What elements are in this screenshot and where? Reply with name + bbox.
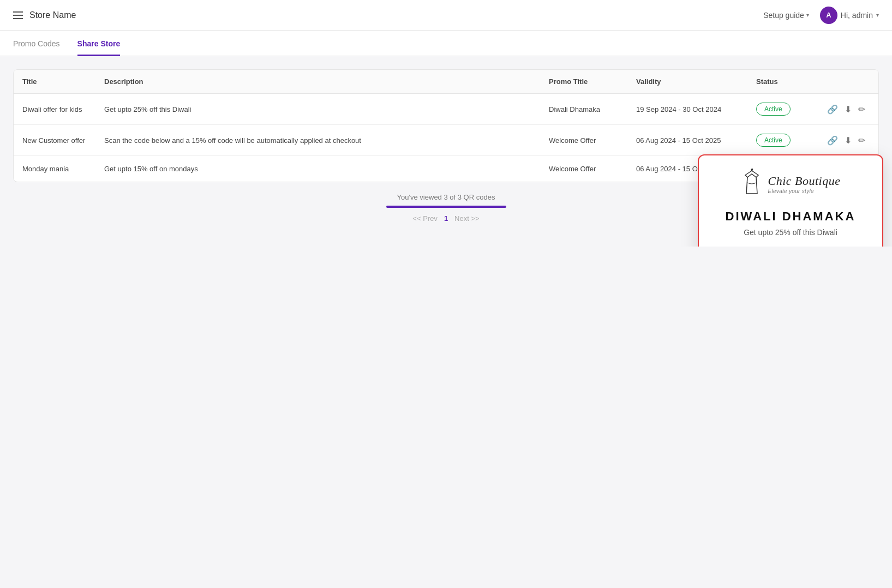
link-icon[interactable]: 🔗 [827,135,838,146]
progress-fill [386,206,506,208]
header: Store Name Setup guide ▾ A Hi, admin ▾ [0,0,892,31]
row1-validity: 19 Sep 2024 - 30 Oct 2024 [627,94,747,125]
col-header-status: Status [747,70,818,94]
chevron-down-icon: ▾ [806,12,809,18]
header-left: Store Name [13,10,76,20]
status-badge: Active [756,103,791,116]
row2-promo-title: Welcome Offer [540,125,627,156]
row2-status: Active [747,125,818,156]
main-content: Title Description Promo Title Validity S… [0,56,892,247]
tab-promo-codes[interactable]: Promo Codes [13,31,60,56]
next-button[interactable]: Next >> [454,214,480,223]
row2-description: Scan the code below and a 15% off code w… [95,125,540,156]
pagination-viewed-text: You've viewed 3 of 3 QR codes [397,193,495,201]
qr-card-popup: Chic Boutique Elevate your style DIWALI … [698,154,883,247]
hi-admin-label: Hi, admin [841,11,873,20]
row3-description: Get upto 15% off on mondays [95,156,540,182]
tab-share-store[interactable]: Share Store [77,31,121,56]
download-icon[interactable]: ⬇ [845,135,852,146]
edit-icon[interactable]: ✏ [858,135,865,146]
col-header-description: Description [95,70,540,94]
col-header-promo-title: Promo Title [540,70,627,94]
action-buttons: 🔗 ⬇ ✏ [827,104,870,115]
pagination-nav: << Prev 1 Next >> [412,214,479,223]
tabs-nav: Promo Codes Share Store [0,31,892,56]
status-badge: Active [756,134,791,147]
store-name-label: Store Name [29,10,76,20]
brand-tagline: Elevate your style [768,188,814,194]
table-row: Diwali offer for kids Get upto 25% off t… [14,94,878,125]
col-header-title: Title [14,70,95,94]
table-header-row: Title Description Promo Title Validity S… [14,70,878,94]
edit-icon[interactable]: ✏ [858,104,865,115]
row2-title: New Customer offer [14,125,95,156]
current-page[interactable]: 1 [444,214,448,223]
user-chevron-icon: ▾ [876,12,879,18]
row1-promo-title: Diwali Dhamaka [540,94,627,125]
row1-description: Get upto 25% off this Diwali [95,94,540,125]
row1-status: Active [747,94,818,125]
avatar: A [820,7,837,24]
setup-guide-label: Setup guide [763,11,804,20]
user-menu[interactable]: A Hi, admin ▾ [820,7,879,24]
link-icon[interactable]: 🔗 [827,104,838,115]
action-buttons: 🔗 ⬇ ✏ [827,135,870,146]
row3-title: Monday mania [14,156,95,182]
row2-actions: 🔗 ⬇ ✏ [818,125,878,156]
brand-text: Chic Boutique Elevate your style [768,174,841,194]
row2-validity: 06 Aug 2024 - 15 Oct 2025 [627,125,747,156]
setup-guide-button[interactable]: Setup guide ▾ [763,11,809,20]
row3-promo-title: Welcome Offer [540,156,627,182]
hamburger-icon[interactable] [13,11,23,19]
download-icon[interactable]: ⬇ [845,104,852,115]
row1-actions: 🔗 ⬇ ✏ [818,94,878,125]
row1-title: Diwali offer for kids [14,94,95,125]
qr-card-header: Chic Boutique Elevate your style [710,169,871,200]
qr-promo-title: DIWALI DHAMAKA [710,209,871,224]
prev-button[interactable]: << Prev [412,214,438,223]
header-right: Setup guide ▾ A Hi, admin ▾ [763,7,879,24]
col-header-actions [818,70,878,94]
col-header-validity: Validity [627,70,747,94]
progress-bar [386,206,506,208]
qr-promo-desc: Get upto 25% off this Diwali [710,228,871,237]
brand-logo-icon [741,169,763,200]
brand-name: Chic Boutique [768,174,841,188]
table-row: New Customer offer Scan the code below a… [14,125,878,156]
